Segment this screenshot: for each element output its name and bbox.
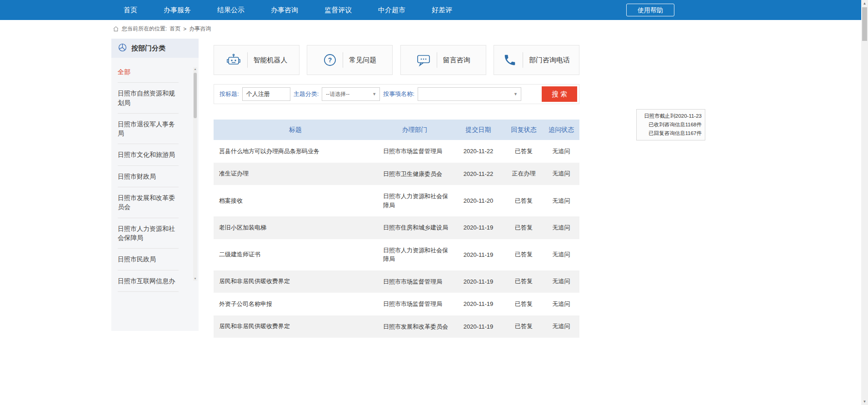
sidebar-item-culture-tourism[interactable]: 日照市文化和旅游局 [118,144,179,165]
row-follow-status: 无追问 [543,140,579,163]
question-icon: ? [323,53,337,67]
page-scrollbar[interactable]: ▲ ▼ [861,0,868,405]
row-title[interactable]: 老旧小区加装电梯 [214,216,377,239]
row-department: 日照市卫生健康委员会 [377,163,452,185]
card-label: 常见问题 [349,56,376,65]
row-date: 2020-11-22 [452,163,504,185]
row-department: 日照市人力资源和社会保障局 [377,185,452,216]
row-title[interactable]: 莒县什么地方可以办理商品条形码业务 [214,140,377,163]
breadcrumb: 您当前所在的位置: 首页 > 办事咨询 [113,25,211,33]
card-label: 部门咨询电话 [529,56,570,65]
category-select-value: --请选择-- [326,90,349,98]
search-bar: 按标题: 主题分类: --请选择-- ▼ 按事项名称: ▼ 搜 索 [214,84,579,104]
table-row[interactable]: 外资子公司名称申报 日照市市场监督管理局 2020-11-19 已答复 无追问 [214,293,579,315]
row-date: 2020-11-19 [452,216,504,239]
table-row[interactable]: 莒县什么地方可以办理商品条形码业务 日照市市场监督管理局 2020-11-22 … [214,140,579,163]
row-reply-status: 正在办理 [504,163,543,185]
row-follow-status: 无追问 [543,315,579,338]
sidebar-item-veterans-affairs[interactable]: 日照市退役军人事务局 [118,114,179,145]
row-follow-status: 无追问 [543,239,579,270]
nav-item-services[interactable]: 办事服务 [164,6,191,15]
row-reply-status: 已答复 [504,239,543,270]
item-filter-label: 按事项名称: [383,90,414,98]
category-select[interactable]: --请选择-- ▼ [322,87,380,101]
card-divider [343,52,343,68]
phone-icon [503,53,517,67]
nav-item-supervision[interactable]: 监督评议 [324,6,352,15]
breadcrumb-home-link[interactable]: 首页 [170,25,180,33]
table-row[interactable]: 老旧小区加装电梯 日照市住房和城乡建设局 2020-11-19 已答复 无追问 [214,216,579,239]
sidebar-list: 全部 日照市自然资源和规划局 日照市退役军人事务局 日照市文化和旅游局 日照市财… [111,58,199,292]
row-department: 日照市人力资源和社会保障局 [377,239,452,270]
row-title[interactable]: 外资子公司名称申报 [214,293,377,315]
row-reply-status: 已答复 [504,185,543,216]
header-submit-date: 提交日期 [452,120,504,140]
sidebar-scrollbar-thumb[interactable] [194,73,197,118]
nav-item-results[interactable]: 结果公示 [217,6,244,15]
nav-item-consultation[interactable]: 办事咨询 [271,6,298,15]
nav-item-home[interactable]: 首页 [124,6,137,15]
card-faq[interactable]: ? 常见问题 [307,45,393,75]
nav-item-rating[interactable]: 好差评 [432,6,452,15]
sidebar-item-civil-affairs[interactable]: 日照市民政局 [118,249,179,270]
help-button[interactable]: 使用帮助 [626,4,674,16]
search-button[interactable]: 搜 索 [542,86,577,102]
row-department: 日照市住房和城乡建设局 [377,216,452,239]
top-navigation: 首页 办事服务 结果公示 办事咨询 监督评议 中介超市 好差评 使用帮助 [0,0,868,20]
table-row[interactable]: 准生证办理 日照市卫生健康委员会 2020-11-22 正在办理 无追问 [214,163,579,185]
sidebar-item-natural-resources[interactable]: 日照市自然资源和规划局 [118,83,179,114]
item-name-select[interactable]: ▼ [418,87,521,101]
card-label: 留言咨询 [443,56,470,65]
main-content: 智能机器人 ? 常见问题 留 [214,45,579,338]
sidebar-item-internet-info[interactable]: 日照市互联网信息办 [118,270,179,292]
department-sidebar: 按部门分类 全部 日照市自然资源和规划局 日照市退役军人事务局 日照市文化和旅游… [111,39,199,331]
header-title: 标题 [214,120,377,140]
scroll-down-icon[interactable]: ▼ [193,277,197,281]
sidebar-header: 按部门分类 [111,39,199,58]
consultation-table: 标题 办理部门 提交日期 回复状态 追问状态 莒县什么地方可以办理商品条形码业务… [214,120,579,338]
scroll-up-icon[interactable]: ▲ [193,67,197,71]
scroll-down-icon[interactable]: ▼ [861,398,868,405]
row-title[interactable]: 二级建造师证书 [214,239,377,270]
table-row[interactable]: 档案接收 日照市人力资源和社会保障局 2020-11-20 已答复 无追问 [214,185,579,216]
row-title[interactable]: 档案接收 [214,185,377,216]
breadcrumb-current: 办事咨询 [189,25,211,33]
breadcrumb-separator: > [183,26,186,32]
stats-box: 日照市截止到2020-11-23 已收到咨询信息1168件 已回复咨询信息116… [636,109,705,140]
sidebar-item-finance[interactable]: 日照市财政局 [118,166,179,187]
nav-item-agency-market[interactable]: 中介超市 [378,6,405,15]
category-icon [118,43,127,54]
scroll-up-icon[interactable]: ▲ [861,0,868,7]
row-reply-status: 已答复 [504,216,543,239]
row-date: 2020-11-19 [452,270,504,293]
card-divider [247,52,248,68]
row-title[interactable]: 居民和非居民供暖收费界定 [214,270,377,293]
home-icon [113,26,119,32]
sidebar-item-human-resources[interactable]: 日照市人力资源和社会保障局 [118,218,179,249]
sidebar-item-development-reform[interactable]: 日照市发展和改革委员会 [118,187,179,218]
table-row[interactable]: 二级建造师证书 日照市人力资源和社会保障局 2020-11-19 已答复 无追问 [214,239,579,270]
title-filter-label: 按标题: [219,90,239,98]
nav-items: 首页 办事服务 结果公示 办事咨询 监督评议 中介超市 好差评 [124,6,452,15]
header-follow-status: 追问状态 [543,120,579,140]
sidebar-scrollbar[interactable]: ▲ ▼ [193,67,197,281]
row-title[interactable]: 准生证办理 [214,163,377,185]
row-follow-status: 无追问 [543,270,579,293]
row-title[interactable]: 居民和非居民供暖收费界定 [214,315,377,338]
row-reply-status: 已答复 [504,315,543,338]
card-divider [437,52,437,68]
card-divider [523,52,523,68]
card-phone-directory[interactable]: 部门咨询电话 [494,45,579,75]
row-department: 日照市发展和改革委员会 [377,315,452,338]
row-follow-status: 无追问 [543,163,579,185]
table-row[interactable]: 居民和非居民供暖收费界定 日照市发展和改革委员会 2020-11-19 已答复 … [214,315,579,338]
card-smart-robot[interactable]: 智能机器人 [214,45,299,75]
title-search-input[interactable] [242,87,290,101]
page-scrollbar-thumb[interactable] [862,7,867,41]
table-row[interactable]: 居民和非居民供暖收费界定 日照市市场监督管理局 2020-11-19 已答复 无… [214,270,579,293]
row-follow-status: 无追问 [543,185,579,216]
card-leave-message[interactable]: 留言咨询 [400,45,486,75]
stats-line-received: 已收到咨询信息1168件 [640,120,702,129]
quick-link-cards: 智能机器人 ? 常见问题 留 [214,45,579,75]
sidebar-item-all[interactable]: 全部 [118,61,179,83]
